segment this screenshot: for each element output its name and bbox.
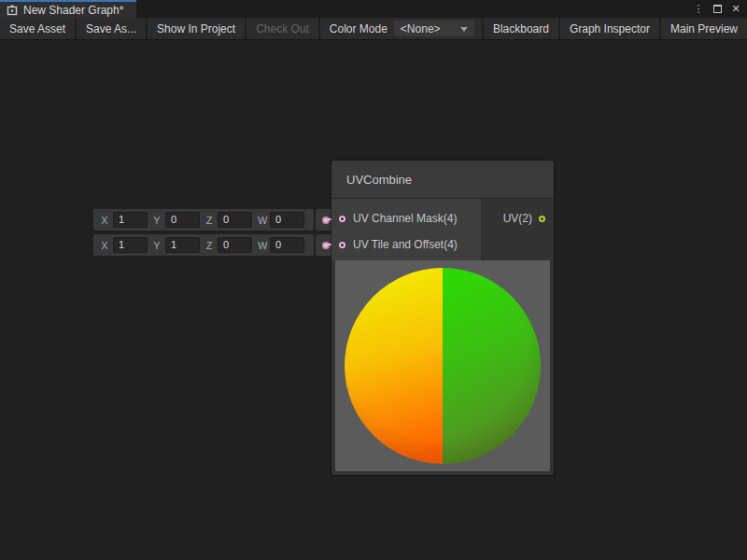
axis-label-x[interactable]: X [101, 240, 108, 251]
input-port-label: UV Tile and Offset(4) [353, 238, 458, 251]
output-port-icon[interactable] [539, 216, 545, 222]
axis-label-y[interactable]: Y [153, 215, 161, 226]
node-body: UV Channel Mask(4) UV Tile and Offset(4)… [331, 199, 554, 260]
node-input-ports: UV Channel Mask(4) UV Tile and Offset(4) [331, 199, 482, 260]
value-input-w[interactable]: 0 [270, 237, 304, 253]
value-input-w[interactable]: 0 [270, 212, 304, 228]
vector4-fields: X 1 Y 1 Z 0 W 0 [93, 234, 314, 256]
vector-field: Y 1 [153, 237, 200, 253]
node-title-bar[interactable]: UVCombine [331, 161, 554, 199]
save-as-button[interactable]: Save As... [77, 18, 148, 39]
value-input-y[interactable]: 1 [165, 237, 200, 253]
node-preview-area [335, 260, 550, 471]
toolbar-right-group: Blackboard Graph Inspector Main Preview [482, 18, 747, 39]
value-input-x[interactable]: 1 [113, 212, 148, 228]
tab-title: New Shader Graph* [23, 4, 123, 17]
axis-label-z[interactable]: Z [205, 215, 213, 226]
chevron-down-icon [460, 27, 468, 32]
window-controls: ⋮ ✕ [691, 0, 743, 18]
value-input-x[interactable]: 1 [113, 237, 148, 253]
uv-preview-sphere [345, 268, 541, 464]
node-title: UVCombine [346, 173, 412, 187]
blackboard-toggle-button[interactable]: Blackboard [482, 18, 558, 39]
axis-label-w[interactable]: W [258, 240, 265, 251]
vector-field: W 0 [258, 237, 304, 253]
value-input-z[interactable]: 0 [218, 212, 252, 228]
shader-graph-tab-icon [7, 5, 18, 16]
axis-label-y[interactable]: Y [153, 240, 161, 251]
vector-field: X 1 [101, 212, 148, 228]
vector4-widget-uv-channel-mask: X 1 Y 0 Z 0 W 0 [93, 209, 336, 231]
main-preview-toggle-button[interactable]: Main Preview [659, 18, 747, 39]
axis-label-x[interactable]: X [101, 215, 108, 226]
vector4-widget-uv-tile-offset: X 1 Y 1 Z 0 W 0 [93, 234, 336, 256]
vector-field: Z 0 [205, 237, 252, 253]
input-port-label: UV Channel Mask(4) [353, 212, 457, 225]
axis-label-w[interactable]: W [258, 215, 265, 226]
value-input-y[interactable]: 0 [165, 212, 200, 228]
toolbar: Save Asset Save As... Show In Project Ch… [0, 18, 747, 40]
show-in-project-button[interactable]: Show In Project [148, 18, 247, 39]
save-asset-button[interactable]: Save Asset [0, 18, 77, 39]
input-port-row: UV Tile and Offset(4) [331, 231, 481, 258]
vector4-fields: X 1 Y 0 Z 0 W 0 [93, 209, 314, 231]
value-input-z[interactable]: 0 [218, 237, 252, 253]
output-port-label: UV(2) [503, 212, 532, 225]
output-port-row: UV(2) [482, 205, 554, 231]
color-mode-value: <None> [401, 22, 441, 35]
color-mode-label: Color Mode [320, 18, 394, 39]
menu-icon[interactable]: ⋮ [691, 2, 706, 17]
graph-canvas[interactable]: X 1 Y 0 Z 0 W 0 [0, 40, 747, 560]
shader-graph-window: New Shader Graph* ⋮ ✕ Save Asset Save As… [0, 0, 747, 560]
input-port-icon[interactable] [339, 216, 345, 222]
node-uvcombine[interactable]: UVCombine UV Channel Mask(4) UV Tile and… [331, 161, 554, 475]
vector-field: X 1 [101, 237, 148, 253]
tab-bar: New Shader Graph* ⋮ ✕ [0, 0, 747, 18]
vector-field: Z 0 [205, 212, 252, 228]
input-port-row: UV Channel Mask(4) [331, 205, 481, 231]
tab-new-shader-graph[interactable]: New Shader Graph* [0, 0, 136, 18]
color-mode-dropdown[interactable]: <None> [394, 21, 474, 36]
input-port-icon[interactable] [339, 242, 345, 248]
close-icon[interactable]: ✕ [728, 2, 743, 17]
maximize-icon[interactable] [710, 2, 725, 17]
graph-inspector-toggle-button[interactable]: Graph Inspector [558, 18, 659, 39]
check-out-button: Check Out [247, 18, 320, 39]
axis-label-z[interactable]: Z [205, 240, 213, 251]
node-output-ports: UV(2) [482, 199, 554, 260]
vector-field: W 0 [258, 212, 304, 228]
vector-field: Y 0 [153, 212, 200, 228]
